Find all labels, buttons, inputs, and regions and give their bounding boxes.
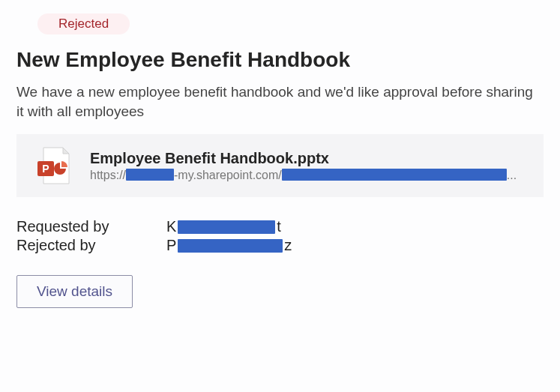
attachment-filename: Employee Benefit Handbook.pptx (90, 150, 533, 167)
rejected-by-row: Rejected by Pz (16, 237, 544, 254)
request-description: We have a new employee benefit handbook … (16, 82, 544, 121)
value-text: t (277, 218, 281, 235)
url-text: https:// (90, 169, 126, 181)
value-text: z (284, 237, 292, 254)
attachment-info: Employee Benefit Handbook.pptx https://-… (90, 150, 533, 182)
attachment-card[interactable]: P Employee Benefit Handbook.pptx https:/… (16, 134, 544, 197)
redacted-text (282, 169, 507, 181)
svg-text:P: P (42, 163, 49, 175)
status-badge: Rejected (37, 13, 130, 34)
value-text: P (166, 237, 176, 254)
requested-by-row: Requested by Kt (16, 218, 544, 235)
requested-by-value: Kt (166, 218, 281, 235)
rejected-by-label: Rejected by (16, 237, 166, 254)
page-title: New Employee Benefit Handbook (16, 48, 544, 72)
powerpoint-file-icon: P (34, 146, 73, 185)
view-details-button[interactable]: View details (16, 275, 133, 308)
value-text: K (166, 218, 176, 235)
url-text: -my.sharepoint.com/ (174, 169, 282, 181)
rejected-by-value: Pz (166, 237, 292, 254)
redacted-text (178, 239, 283, 253)
redacted-text (126, 169, 174, 181)
redacted-text (178, 220, 275, 234)
attachment-url: https://-my.sharepoint.com/... (90, 169, 533, 182)
url-text: ... (507, 169, 517, 181)
requested-by-label: Requested by (16, 218, 166, 235)
